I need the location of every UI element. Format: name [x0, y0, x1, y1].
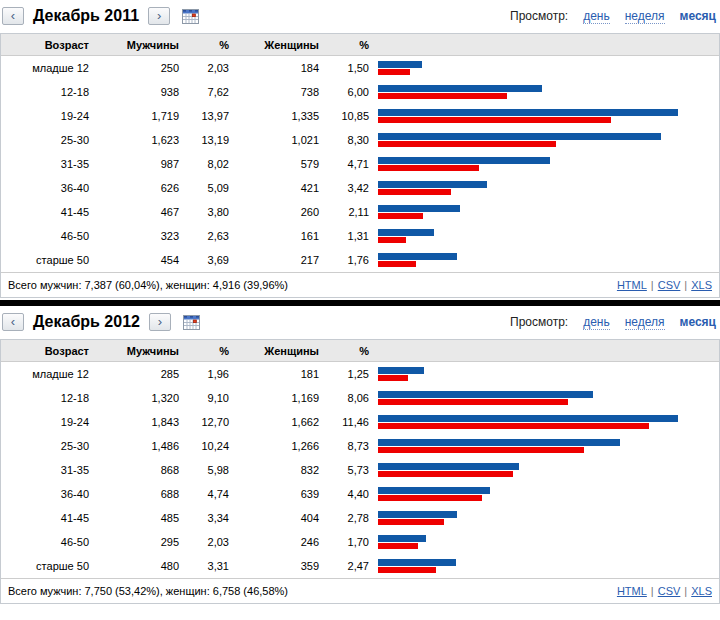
table-row: 25-301,48610,241,2668,73 — [1, 434, 719, 458]
age-cell: старше 50 — [1, 248, 89, 272]
men-bar — [378, 229, 434, 236]
men-count-cell: 485 — [89, 506, 179, 530]
women-bar — [378, 423, 649, 429]
bar-pair — [369, 386, 719, 410]
table-row: младше 122851,961811,25 — [1, 362, 719, 386]
women-pct-cell: 1,70 — [319, 530, 369, 554]
totals-text: Всего мужчин: 7,750 (53,42%), женщин: 6,… — [8, 585, 617, 597]
bar-pair — [369, 458, 719, 482]
men-pct-cell: 12,70 — [179, 410, 229, 434]
bar-pair — [369, 506, 719, 530]
age-cell: 46-50 — [1, 224, 89, 248]
stats-table-2012: Возраст Мужчины % Женщины % младше 12285… — [0, 339, 720, 604]
view-day-link[interactable]: день — [583, 315, 610, 330]
totals-text: Всего мужчин: 7,387 (60,04%), женщин: 4,… — [8, 279, 617, 291]
view-switcher-label: Просмотр: — [510, 315, 568, 329]
separator: | — [684, 279, 687, 291]
bar-pair — [369, 104, 719, 128]
panel-header: ‹ Декабрь 2012 › Просмотр: день неделя м… — [0, 306, 720, 334]
women-count-cell: 579 — [229, 152, 319, 176]
women-pct-cell: 8,06 — [319, 386, 369, 410]
bar-pair — [369, 200, 719, 224]
table-row: 41-454853,344042,78 — [1, 506, 719, 530]
export-csv-link[interactable]: CSV — [658, 585, 681, 597]
women-pct-cell: 1,31 — [319, 224, 369, 248]
age-cell: 31-35 — [1, 152, 89, 176]
calendar-icon[interactable] — [182, 9, 199, 24]
col-header-age: Возраст — [1, 34, 89, 55]
women-count-cell: 404 — [229, 506, 319, 530]
women-pct-cell: 10,85 — [319, 104, 369, 128]
export-xls-link[interactable]: XLS — [691, 585, 712, 597]
next-month-button[interactable]: › — [148, 7, 170, 25]
stats-table-2011: Возраст Мужчины % Женщины % младше 12250… — [0, 33, 720, 298]
age-cell: 12-18 — [1, 386, 89, 410]
table-row: младше 122502,031841,50 — [1, 56, 719, 80]
women-count-cell: 161 — [229, 224, 319, 248]
men-pct-cell: 5,98 — [179, 458, 229, 482]
men-count-cell: 1,486 — [89, 434, 179, 458]
panel-title: Декабрь 2012 — [33, 313, 140, 331]
table-row: 46-502952,032461,70 — [1, 530, 719, 554]
men-count-cell: 1,320 — [89, 386, 179, 410]
bar-pair — [369, 152, 719, 176]
age-cell: младше 12 — [1, 362, 89, 386]
men-pct-cell: 2,63 — [179, 224, 229, 248]
men-bar — [378, 535, 426, 542]
men-count-cell: 688 — [89, 482, 179, 506]
view-switcher: Просмотр: день неделя месяц — [510, 315, 718, 330]
table-row: старше 504803,313592,47 — [1, 554, 719, 578]
age-cell: 36-40 — [1, 482, 89, 506]
women-pct-cell: 11,46 — [319, 410, 369, 434]
prev-month-button[interactable]: ‹ — [2, 313, 24, 331]
women-bar — [378, 471, 513, 477]
women-bar — [378, 69, 410, 75]
women-bar — [378, 543, 418, 549]
age-cell: 41-45 — [1, 506, 89, 530]
women-count-cell: 359 — [229, 554, 319, 578]
panel-title: Декабрь 2011 — [33, 7, 139, 25]
bar-pair — [369, 56, 719, 80]
women-bar — [378, 375, 408, 381]
view-week-link[interactable]: неделя — [625, 315, 665, 330]
women-count-cell: 1,266 — [229, 434, 319, 458]
view-day-link[interactable]: день — [583, 9, 610, 24]
prev-month-button[interactable]: ‹ — [2, 7, 24, 25]
calendar-icon[interactable] — [183, 315, 200, 330]
men-bar — [378, 511, 457, 518]
women-count-cell: 246 — [229, 530, 319, 554]
women-bar — [378, 495, 482, 501]
women-pct-cell: 6,00 — [319, 80, 369, 104]
women-bar — [378, 519, 444, 525]
next-month-button[interactable]: › — [149, 313, 171, 331]
export-html-link[interactable]: HTML — [617, 585, 647, 597]
men-bar — [378, 391, 593, 398]
bar-pair — [369, 176, 719, 200]
view-week-link[interactable]: неделя — [625, 9, 665, 24]
men-count-cell: 987 — [89, 152, 179, 176]
table-body: младше 122851,961811,2512-181,3209,101,1… — [1, 362, 719, 578]
men-bar — [378, 487, 490, 494]
women-count-cell: 1,021 — [229, 128, 319, 152]
bar-pair — [369, 80, 719, 104]
men-count-cell: 480 — [89, 554, 179, 578]
export-html-link[interactable]: HTML — [617, 279, 647, 291]
women-pct-cell: 8,73 — [319, 434, 369, 458]
men-count-cell: 626 — [89, 176, 179, 200]
view-month-link[interactable]: месяц — [680, 315, 716, 329]
women-count-cell: 1,662 — [229, 410, 319, 434]
age-cell: 19-24 — [1, 410, 89, 434]
view-month-link[interactable]: месяц — [680, 9, 716, 23]
separator: | — [684, 585, 687, 597]
women-bar — [378, 117, 611, 123]
women-count-cell: 217 — [229, 248, 319, 272]
men-pct-cell: 9,10 — [179, 386, 229, 410]
age-cell: 25-30 — [1, 128, 89, 152]
export-xls-link[interactable]: XLS — [691, 279, 712, 291]
men-bar — [378, 559, 456, 566]
age-cell: 46-50 — [1, 530, 89, 554]
men-count-cell: 295 — [89, 530, 179, 554]
export-csv-link[interactable]: CSV — [658, 279, 681, 291]
women-bar — [378, 189, 451, 195]
table-footer: Всего мужчин: 7,387 (60,04%), женщин: 4,… — [1, 272, 719, 297]
